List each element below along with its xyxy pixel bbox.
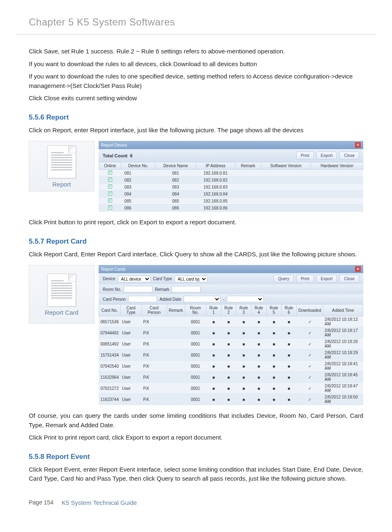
col-r1[interactable]: Rule 1 [206, 304, 221, 316]
close-button[interactable]: Close [339, 275, 359, 283]
report-toolbar: Total Count 6 Print Export Close [99, 149, 363, 162]
intro-p2: If you want to download the rules to all… [29, 60, 363, 69]
checkbox-icon[interactable] [108, 170, 112, 175]
col-r5[interactable]: Rule 5 [266, 304, 281, 316]
device-select[interactable]: ALL device [118, 276, 151, 282]
close-button[interactable]: Close [339, 152, 359, 159]
filter-row-3: Card Person Added Date - [99, 294, 363, 304]
col-online[interactable]: Online [99, 162, 121, 170]
device-grid: Online Device No. Device Name IP Address… [99, 162, 363, 212]
col-sw[interactable]: Software Version [261, 162, 311, 170]
col-r4[interactable]: Rule 4 [251, 304, 266, 316]
label-remark: Remark [155, 287, 169, 292]
s558-p1: Click Report Event, enter Report Event i… [29, 465, 363, 484]
table-row[interactable]: 085085192.168.0.85 [99, 198, 363, 205]
window-titlebar: Report Cards ✕ [99, 265, 363, 273]
s556-p1: Click on Report, enter Report interface,… [29, 126, 363, 135]
col-cardno[interactable]: Card No. [99, 304, 121, 316]
report-device-window: Report Device ✕ Total Count 6 Print Expo… [99, 141, 363, 212]
report-cards-window: Report Cards ✕ Device ALL device Card Ty… [99, 265, 363, 405]
roomno-input[interactable] [124, 286, 152, 292]
guide-title: K5 System Technical Guide [62, 499, 137, 506]
cardtype-select[interactable]: ALL card type [175, 276, 208, 282]
figure-report-card: Report Card Report Cards ✕ Device ALL de… [29, 265, 363, 405]
table-row[interactable]: 086086192.168.0.86 [99, 205, 363, 212]
query-button[interactable]: Query [274, 275, 294, 283]
heading-558: 5.5.8 Report Event [29, 453, 363, 461]
checkbox-icon[interactable] [108, 198, 112, 203]
page-number: Page 154 [29, 499, 53, 506]
chapter-header: Chapter 5 K5 System Softwares [16, 12, 376, 35]
s556-p2: Click Print button to print report, clic… [29, 218, 363, 227]
table-row[interactable]: 06571536UserP.K0001■■■■■■✓2/6/2012 10:18… [99, 316, 363, 327]
checkbox-icon[interactable] [108, 191, 112, 196]
heading-556: 5.5.6 Report [29, 113, 363, 122]
addeddate-from[interactable] [184, 296, 221, 302]
label-roomno: Room No. [103, 287, 121, 292]
report-sidebar-icon[interactable]: Report [29, 141, 95, 191]
table-row[interactable]: 07042540UserP.K0001■■■■■■✓2/6/2012 10:18… [99, 361, 363, 372]
s557-p1: Click Report Card, Enter Report Card int… [29, 250, 363, 259]
cards-grid: Card No. Card Type Card Person Remark Ro… [99, 304, 363, 405]
table-row[interactable]: 00851492UserP.K0001■■■■■■✓2/6/2012 10:18… [99, 339, 363, 350]
col-r6[interactable]: Rule 6 [281, 304, 297, 316]
table-row[interactable]: 15751434UserP.K0001■■■■■■✓2/6/2012 10:18… [99, 350, 363, 361]
cardperson-input[interactable] [128, 296, 157, 302]
intro-p3: If you want to download the rules to one… [29, 72, 363, 90]
s557-p3: Click Print to print report card, click … [29, 433, 363, 442]
col-remark[interactable]: Remark [235, 162, 261, 170]
table-row[interactable]: 07021272UserP.K0001■■■■■■✓2/6/2012 10:18… [99, 383, 363, 394]
label-cardperson: Card Person [103, 297, 126, 302]
label-cardtype: Card Type [153, 276, 172, 281]
col-r3[interactable]: Rule 3 [236, 304, 251, 316]
window-titlebar: Report Device ✕ [99, 141, 363, 149]
report-icon-label: Report [29, 181, 94, 188]
table-row[interactable]: 07944492UserP.K0001■■■■■■✓2/6/2012 10:18… [99, 327, 363, 339]
col-hw[interactable]: Hardware Version [311, 162, 363, 170]
table-row[interactable]: 11623744UserP.K0001■■■■■■✓2/6/2012 10:18… [99, 394, 363, 405]
window-title: Report Device [101, 143, 127, 147]
intro-p1: Click Save, set Rule 1 success. Rule 2 ~… [29, 47, 363, 56]
addeddate-to[interactable] [227, 296, 264, 302]
checkbox-icon[interactable] [108, 177, 112, 182]
report-card-icon-label: Report Card [29, 309, 94, 316]
table-row[interactable]: 084084192.168.0.84 [99, 191, 363, 198]
filter-row-2: Room No. Remark [99, 284, 363, 294]
table-row[interactable]: 11632964UserP.K0001■■■■■■✓2/6/2012 10:18… [99, 372, 363, 383]
document-icon [47, 274, 76, 306]
label-addeddate: Added Date [159, 297, 181, 302]
page-footer: Page 154 K5 System Technical Guide [16, 487, 376, 510]
close-icon[interactable]: ✕ [355, 142, 361, 148]
col-roomno[interactable]: Room No. [185, 304, 206, 316]
s557-p2: Of course, you can query the cards under… [29, 411, 363, 430]
export-button[interactable]: Export [316, 152, 337, 159]
table-row[interactable]: 082082192.168.0.82 [99, 177, 363, 184]
print-button[interactable]: Print [296, 152, 314, 159]
label-device: Device [103, 276, 115, 281]
export-button[interactable]: Export [316, 275, 337, 283]
col-devname[interactable]: Device Name [155, 162, 196, 170]
col-devno[interactable]: Device No. [121, 162, 155, 170]
close-icon[interactable]: ✕ [355, 266, 361, 272]
intro-p4: Click Close exits current setting window [29, 94, 363, 103]
col-ip[interactable]: IP Address [196, 162, 235, 170]
filter-row: Device ALL device Card Type ALL card typ… [99, 273, 363, 284]
checkbox-icon[interactable] [108, 184, 112, 189]
col-remark[interactable]: Remark [167, 304, 185, 316]
total-count-label: Total Count 6 [103, 153, 133, 158]
remark-input[interactable] [172, 286, 201, 292]
document-icon [47, 145, 76, 178]
report-card-sidebar-icon[interactable]: Report Card [29, 265, 95, 324]
col-added[interactable]: Added Time [323, 304, 363, 316]
col-dl[interactable]: Downloaded [296, 304, 323, 316]
print-button[interactable]: Print [296, 275, 314, 283]
window-title: Report Cards [101, 267, 125, 272]
col-cardperson[interactable]: Card Person [141, 304, 167, 316]
col-cardtype[interactable]: Card Type [120, 304, 141, 316]
figure-report: Report Report Device ✕ Total Count 6 Pri… [29, 141, 363, 212]
col-r2[interactable]: Rule 2 [221, 304, 236, 316]
table-row[interactable]: 083083192.168.0.83 [99, 184, 363, 191]
checkbox-icon[interactable] [108, 205, 112, 210]
heading-557: 5.5.7 Report Card [29, 237, 363, 246]
table-row[interactable]: 081081192.168.0.81 [99, 170, 363, 177]
